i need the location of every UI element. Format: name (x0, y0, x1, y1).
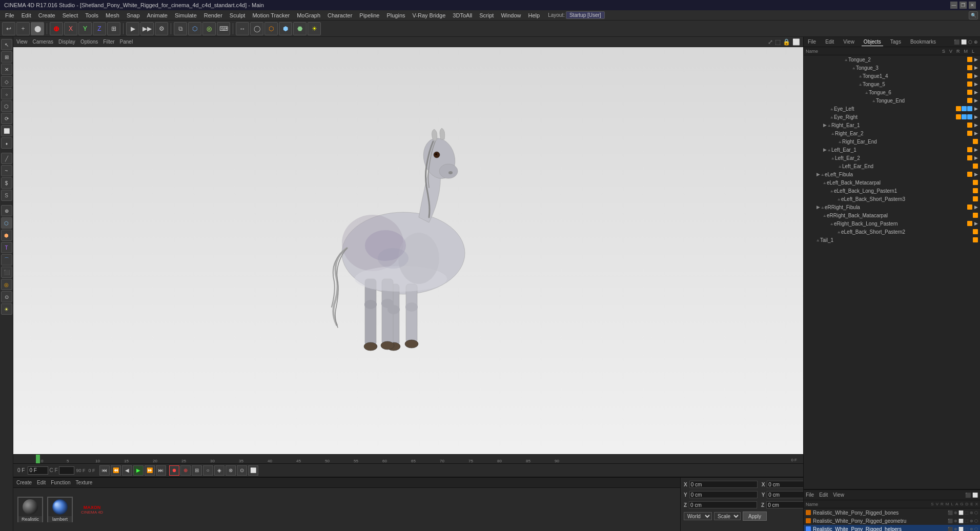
coord-z-input[interactable] (689, 501, 757, 508)
undo-button[interactable]: ↩ (2, 22, 15, 35)
light-btn[interactable]: ☀ (1, 303, 12, 315)
menu-motion-tracker[interactable]: Motion Tracker (249, 11, 293, 19)
panel-search-icon[interactable]: 🔍 (969, 11, 978, 19)
sculpt-btn[interactable]: ⬜ (1, 125, 12, 136)
layer-icon-h6[interactable]: ⬡ (974, 527, 978, 532)
panel-icon-3[interactable]: ⬡ (968, 39, 972, 45)
vp-expand-icon[interactable]: ⤢ (768, 38, 773, 46)
magnet-btn[interactable]: ◇ (1, 76, 12, 87)
coord-x-input[interactable] (689, 481, 758, 488)
layer-item-geometry[interactable]: Realistic_White_Pony_Rigged_geometru ⬛⊕ … (804, 517, 980, 525)
vp-menu-filter[interactable]: Filter (103, 39, 114, 45)
mat-menu-create[interactable]: Create (16, 480, 32, 485)
vp-menu-panel[interactable]: Panel (120, 39, 133, 45)
live-selection[interactable]: ◯ (250, 22, 263, 35)
obj-tab-bookmarks[interactable]: Bookmarks (908, 38, 938, 46)
layer-item-bones[interactable]: Realistic_White_Pony_Rigged_bones ⬛⊕ ⬜⬚ … (804, 508, 980, 517)
stamp-btn[interactable]: $ (1, 177, 12, 189)
brush-btn[interactable]: ~ (1, 165, 12, 176)
panel-icon-4[interactable]: ⊕ (974, 39, 978, 45)
vp-lock-icon[interactable]: 🔒 (783, 38, 790, 46)
obj-item-errightfibula[interactable]: ▶ ⟁ eRRight_Fibula ▶ (804, 203, 980, 211)
coord-y-input[interactable] (689, 491, 758, 498)
layer-icon-g5[interactable]: ⊗ (970, 519, 973, 523)
minimize-button[interactable]: — (950, 2, 957, 9)
obj-item-eleftbackmeta[interactable]: ⟁ eLeft_Back_Metacarpal (804, 178, 980, 187)
step-fwd-btn[interactable]: ⏩ (145, 465, 155, 476)
menu-select[interactable]: Select (59, 11, 81, 19)
menu-pipeline[interactable]: Pipeline (356, 11, 382, 19)
menu-script[interactable]: Script (476, 11, 497, 19)
layer-icon-h4[interactable]: ⬚ (965, 527, 969, 532)
key-selected-btn[interactable]: ○ (203, 465, 213, 476)
layer-icon-h2[interactable]: ⊕ (954, 527, 957, 532)
obj-item-rightear1[interactable]: ▶ ⟁ Right_Ear_1 ▶ (804, 121, 980, 129)
material-realistic[interactable]: Realistic (17, 497, 43, 522)
select-tool[interactable]: ↔ (236, 22, 249, 35)
obj-item-rightearend[interactable]: ⟁ Right_Ear_End (804, 137, 980, 146)
obj-item-leftear1[interactable]: ▶ ⟁ Left_Ear_1 ▶ (804, 146, 980, 154)
layer-icon-6[interactable]: ⬡ (974, 510, 978, 515)
obj-tab-edit[interactable]: Edit (823, 38, 836, 46)
motion-clip-btn[interactable]: ◈ (214, 465, 224, 476)
menu-window[interactable]: Window (498, 11, 524, 19)
layer-tab-view[interactable]: View (833, 492, 844, 498)
viewport[interactable] (13, 47, 803, 454)
subdivide-btn[interactable]: ⬡ (1, 100, 12, 112)
rotate-tool[interactable]: ◎ (202, 22, 216, 35)
obj-item-eyeleft[interactable]: ⟁ Eye_Left ▶ (804, 105, 980, 113)
expand-icon-leftear1[interactable]: ▶ (823, 147, 827, 152)
vp-maximize-icon[interactable]: ⬜ (792, 38, 800, 46)
spline-btn[interactable]: ⌒ (1, 254, 12, 266)
menu-sculpt[interactable]: Sculpt (227, 11, 249, 19)
redo-button[interactable]: + (16, 22, 30, 35)
expand-icon-errightfibula[interactable]: ▶ (816, 205, 820, 210)
play-btn[interactable]: ▶ (133, 465, 144, 476)
light-icon[interactable]: ☀ (308, 22, 321, 35)
apply-button[interactable]: Apply (743, 512, 767, 521)
layer-icon-g3[interactable]: ⬜ (958, 519, 964, 523)
obj-item-eyeright[interactable]: ⟁ Eye_Right ▶ (804, 113, 980, 121)
interactive-render[interactable]: ▶▶ (140, 22, 154, 35)
obj-item-leftearend[interactable]: ⟁ Left_Ear_End (804, 162, 980, 170)
extrude-btn[interactable]: ⬦ (1, 88, 12, 99)
floor-btn[interactable]: ⬛ (1, 267, 12, 278)
layer-icon-g6[interactable]: ⬡ (974, 519, 978, 523)
obj-item-eleftbackshort2[interactable]: ⟁ eLeft_Back_Short_Pastern2 (804, 228, 980, 236)
obj-tab-file[interactable]: File (806, 38, 818, 46)
obj-item-tail1[interactable]: ⟁ Tail_1 (804, 236, 980, 244)
layers-icon2[interactable]: ⬜ (972, 493, 978, 498)
poly-selection[interactable]: ⬡ (264, 22, 278, 35)
obj-tab-view[interactable]: View (841, 38, 856, 46)
close-button[interactable]: ✕ (969, 2, 976, 9)
render-region-button[interactable]: ⬤ (31, 22, 44, 35)
mat-menu-function[interactable]: Function (51, 480, 70, 485)
layer-icon-4[interactable]: ⬚ (965, 510, 969, 515)
obj-item-eleftbackshort[interactable]: ⟁ eLeft_Back_Short_Pastern3 (804, 195, 980, 203)
key-all-btn[interactable]: ⊞ (192, 465, 202, 476)
obj-tab-tags[interactable]: Tags (888, 38, 903, 46)
obj-item-leftear2[interactable]: ⟁ Left_Ear_2 ▶ (804, 154, 980, 162)
vp-menu-cameras[interactable]: Cameras (33, 39, 54, 45)
obj-item-tongue14[interactable]: ⟁ Tongue1_4 ▶ (804, 72, 980, 80)
obj-item-tongue6[interactable]: ⟁ Tongue_6 ▶ (804, 88, 980, 96)
panel-icon-2[interactable]: ⬜ (961, 39, 967, 45)
obj-item-errightbackmeta[interactable]: ⟁ eRRight_Back_Matacarpal (804, 211, 980, 219)
obj-item-eleftbacklong[interactable]: ⟁ eLeft_Back_Long_Pastern1 (804, 187, 980, 195)
deform-btn[interactable]: ⟳ (1, 113, 12, 124)
menu-vray[interactable]: V-Ray Bridge (410, 11, 449, 19)
step-back-btn[interactable]: ⏪ (111, 465, 121, 476)
world-button[interactable]: ⊞ (107, 22, 120, 35)
vp-menu-options[interactable]: Options (80, 39, 98, 45)
text-btn[interactable]: T (1, 242, 12, 253)
model-mode-button[interactable]: ⊕ (50, 22, 63, 35)
move-tool[interactable]: ⧉ (174, 22, 187, 35)
layer-icon-3[interactable]: ⬜ (958, 510, 964, 515)
fps-btn[interactable]: ⊙ (237, 465, 247, 476)
layer-tab-edit[interactable]: Edit (819, 492, 828, 498)
vp-config-icon[interactable]: ⬚ (775, 38, 781, 46)
layer-icon-2[interactable]: ⊕ (954, 510, 957, 515)
layer-icon-5[interactable]: ⊗ (970, 510, 973, 515)
play-back-btn[interactable]: ◀ (122, 465, 132, 476)
layer-icon-g4[interactable]: ⬚ (965, 519, 969, 523)
